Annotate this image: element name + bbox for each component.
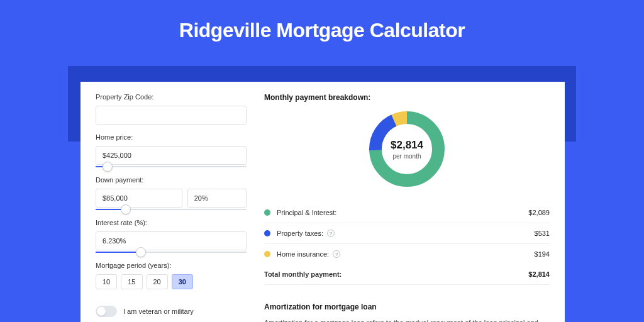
veteran-toggle[interactable] <box>96 306 117 317</box>
breakdown-item-label: Property taxes: <box>277 230 323 237</box>
down-payment-percent-input[interactable] <box>187 189 247 208</box>
home-price-label: Home price: <box>96 133 247 141</box>
breakdown-item-value: $2,089 <box>528 209 550 216</box>
total-row: Total monthly payment: $2,814 <box>264 264 550 285</box>
interest-label: Interest rate (%): <box>96 219 247 226</box>
down-payment-amount-input[interactable] <box>96 189 182 208</box>
legend-dot-icon <box>264 209 270 216</box>
veteran-toggle-knob <box>97 307 106 316</box>
breakdown-item-label: Principal & Interest: <box>277 209 336 216</box>
help-icon[interactable]: ? <box>333 250 340 258</box>
breakdown-row: Principal & Interest:$2,089 <box>264 203 550 223</box>
breakdown-title: Monthly payment breakdown: <box>264 93 550 102</box>
home-price-input[interactable] <box>96 146 247 165</box>
home-price-slider-thumb[interactable] <box>103 162 113 172</box>
zip-input[interactable] <box>96 106 247 125</box>
page-title: Ridgeville Mortgage Calculator <box>0 0 644 42</box>
help-icon[interactable]: ? <box>327 230 335 237</box>
amortization-text: Amortization for a mortgage loan refers … <box>264 318 550 322</box>
interest-input[interactable] <box>96 231 247 250</box>
zip-label: Property Zip Code: <box>96 93 247 101</box>
legend-dot-icon <box>264 251 270 257</box>
breakdown-item-value: $194 <box>535 250 550 258</box>
interest-slider-fill <box>96 252 141 253</box>
period-option-10[interactable]: 10 <box>96 274 117 289</box>
legend-dot-icon <box>264 230 270 236</box>
donut-sublabel: per month <box>392 153 421 160</box>
down-payment-slider-thumb[interactable] <box>121 204 131 214</box>
home-price-slider[interactable] <box>96 166 247 167</box>
interest-slider[interactable] <box>96 252 247 253</box>
interest-slider-thumb[interactable] <box>136 247 146 257</box>
total-label: Total monthly payment: <box>264 270 341 278</box>
period-label: Mortgage period (years): <box>96 262 247 269</box>
payment-donut-chart: $2,814 per month <box>366 108 448 190</box>
period-segmented: 10152030 <box>96 274 247 289</box>
form-column: Property Zip Code: Home price: Down paym… <box>96 93 247 322</box>
breakdown-row: Property taxes:?$531 <box>264 223 550 244</box>
period-option-30[interactable]: 30 <box>172 274 193 289</box>
period-option-20[interactable]: 20 <box>147 274 168 289</box>
calculator-card: Property Zip Code: Home price: Down paym… <box>80 82 565 322</box>
total-value: $2,814 <box>528 270 550 278</box>
down-payment-label: Down payment: <box>96 176 247 184</box>
amortization-title: Amortization for mortgage loan <box>264 303 550 311</box>
down-payment-slider[interactable] <box>96 209 247 210</box>
period-option-15[interactable]: 15 <box>121 274 142 289</box>
breakdown-item-value: $531 <box>535 230 550 237</box>
veteran-label: I am veteran or military <box>123 308 194 315</box>
breakdown-row: Home insurance:?$194 <box>264 244 550 264</box>
breakdown-item-label: Home insurance: <box>277 250 329 258</box>
breakdown-column: Monthly payment breakdown: $2,814 per mo… <box>264 93 550 322</box>
donut-amount: $2,814 <box>391 139 423 152</box>
